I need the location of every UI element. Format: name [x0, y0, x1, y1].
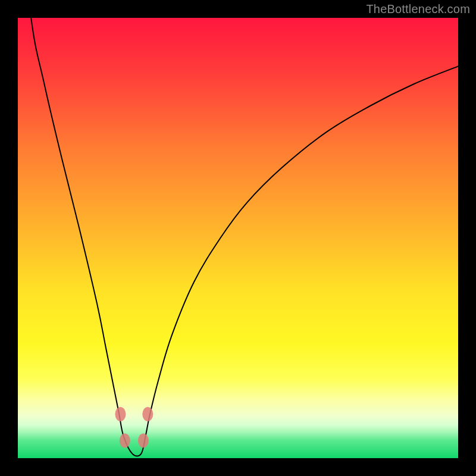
curve-marker: [120, 433, 130, 447]
chart-svg: [18, 18, 458, 458]
bottleneck-curve: [18, 0, 458, 456]
chart-frame: [18, 18, 458, 458]
watermark-text: TheBottleneck.com: [366, 2, 470, 16]
curve-marker: [142, 407, 153, 421]
curve-marker: [115, 407, 126, 421]
curve-marker: [138, 433, 149, 447]
